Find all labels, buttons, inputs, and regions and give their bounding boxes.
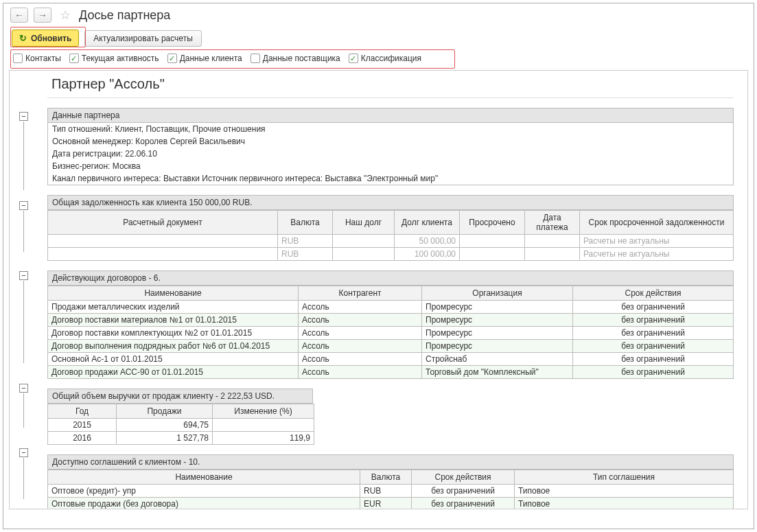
nav-forward-button[interactable]: →: [34, 8, 51, 23]
cell: без ограничений: [573, 314, 734, 327]
nav-back-button[interactable]: ←: [10, 8, 28, 23]
section-header-partner-data: Данные партнера: [47, 108, 734, 123]
cell: без ограничений: [573, 353, 734, 366]
col-header: Продажи: [117, 404, 213, 419]
col-header: Срок действия: [412, 470, 515, 485]
table-row[interactable]: Договор продажи АСС-90 от 01.01.2015 Асс…: [48, 366, 734, 379]
table-row[interactable]: Договор выполнения подрядных работ №6 от…: [48, 340, 734, 353]
checkbox-icon: ✓: [167, 54, 177, 63]
col-header: Изменение (%): [213, 404, 314, 419]
filter-label: Классификация: [361, 54, 421, 63]
section-header-agreements: Доступно соглашений с клиентом - 10.: [47, 454, 734, 470]
partner-reg-date: Дата регистрации: 22.06.10: [48, 148, 733, 160]
table-row[interactable]: RUB 50 000,00 Расчеты не актуальны: [48, 235, 734, 248]
col-header: Наименование: [48, 286, 299, 301]
favorite-star-icon[interactable]: ☆: [60, 8, 71, 23]
cell: без ограничений: [573, 340, 734, 353]
cell: Договор поставки материалов №1 от 01.01.…: [48, 314, 299, 327]
cell: 694,75: [117, 419, 213, 432]
cell: RUB: [278, 235, 333, 248]
actualize-button[interactable]: Актуализировать расчеты: [84, 30, 201, 47]
cell: Оптовые продажи (без договора): [48, 498, 360, 510]
agreements-table: Наименование Валюта Срок действия Тип со…: [47, 470, 734, 509]
section-header-debt: Общая задолженность как клиента 150 000,…: [47, 195, 734, 210]
cell: Торговый дом "Комплексный": [422, 366, 573, 379]
table-row[interactable]: 2015 694,75: [48, 419, 314, 432]
cell: Ассоль: [299, 366, 422, 379]
col-header: Валюта: [360, 470, 412, 485]
filter-label: Текущая активность: [82, 54, 159, 63]
cell: Ассоль: [299, 301, 422, 314]
tree-line: [23, 458, 24, 499]
cell: без ограничений: [412, 485, 515, 498]
col-header: Контрагент: [299, 286, 422, 301]
tree-line: [23, 211, 24, 252]
cell: Промресурс: [422, 301, 573, 314]
cell: 2016: [48, 432, 117, 445]
table-row[interactable]: Продажи металлических изделий Ассоль Про…: [48, 301, 734, 314]
cell: [213, 419, 314, 432]
arrow-left-icon: ←: [14, 10, 24, 21]
tree-toggle[interactable]: −: [19, 201, 28, 210]
cell: без ограничений: [573, 301, 734, 314]
tree-gutter: − − − − −: [10, 71, 44, 509]
cell: 2015: [48, 419, 117, 432]
table-row[interactable]: Оптовые продажи (без договора) EUR без о…: [48, 498, 734, 510]
cell: Ассоль: [299, 340, 422, 353]
cell: Основной Ас-1 от 01.01.2015: [48, 353, 299, 366]
table-row[interactable]: Договор поставки материалов №1 от 01.01.…: [48, 314, 734, 327]
tree-toggle[interactable]: −: [19, 448, 28, 457]
cell: [333, 235, 395, 248]
refresh-button[interactable]: ↻ Обновить: [12, 30, 79, 47]
tree-line: [23, 393, 24, 428]
cell: Типовое: [515, 485, 734, 498]
tree-toggle[interactable]: −: [19, 384, 28, 393]
cell: EUR: [360, 498, 412, 510]
filter-supplier-data[interactable]: ✓ Данные поставщика: [251, 54, 340, 63]
cell: Ассоль: [299, 314, 422, 327]
table-header-row: Наименование Валюта Срок действия Тип со…: [48, 470, 734, 485]
filter-classification[interactable]: ✓ Классификация: [349, 54, 421, 63]
cell: [525, 235, 580, 248]
content-frame[interactable]: − − − − − Партнер "Ассоль" Данные партне…: [9, 70, 748, 509]
arrow-right-icon: →: [38, 10, 47, 21]
page-title: Досье партнера: [79, 8, 170, 23]
cell: Продажи металлических изделий: [48, 301, 299, 314]
cell: 1 527,78: [117, 432, 213, 445]
cell: Договор поставки комплектующих №2 от 01.…: [48, 327, 299, 340]
filter-client-data[interactable]: ✓ Данные клиента: [167, 54, 242, 63]
col-header: Долг клиента: [395, 211, 460, 235]
header-bar: ← → ☆ Досье партнера: [3, 3, 754, 27]
cell: Договор выполнения подрядных работ №6 от…: [48, 340, 299, 353]
tree-toggle[interactable]: −: [19, 112, 28, 121]
col-header: Организация: [422, 286, 573, 301]
table-row[interactable]: 2016 1 527,78 119,9: [48, 432, 314, 445]
window: ← → ☆ Досье партнера ↻ Обновить Актуализ…: [3, 3, 754, 529]
filter-label: Контакты: [25, 54, 61, 63]
cell: без ограничений: [573, 366, 734, 379]
cell: [48, 235, 278, 248]
tree-toggle[interactable]: −: [19, 271, 28, 280]
table-row[interactable]: Основной Ас-1 от 01.01.2015 Ассоль Строй…: [48, 353, 734, 366]
section-header-revenue: Общий объем выручки от продаж клиенту - …: [47, 389, 313, 404]
cell: Договор продажи АСС-90 от 01.01.2015: [48, 366, 299, 379]
filter-contacts[interactable]: ✓ Контакты: [13, 54, 61, 63]
filters-row: ✓ Контакты ✓ Текущая активность ✓ Данные…: [3, 49, 754, 67]
cell: RUB: [360, 485, 412, 498]
tree-line: [23, 122, 24, 190]
cell: 119,9: [213, 432, 314, 445]
refresh-icon: ↻: [19, 33, 27, 43]
col-header: Расчетный документ: [48, 211, 278, 235]
report-title: Партнер "Ассоль": [47, 71, 734, 98]
cell: без ограничений: [573, 327, 734, 340]
cell: Типовое: [515, 498, 734, 510]
table-row[interactable]: RUB 100 000,00 Расчеты не актуальны: [48, 248, 734, 261]
filter-label: Данные поставщика: [263, 54, 340, 63]
col-header: Наш долг: [333, 211, 395, 235]
filter-activity[interactable]: ✓ Текущая активность: [69, 54, 159, 63]
checkbox-icon: ✓: [251, 54, 260, 63]
cell: Промресурс: [422, 314, 573, 327]
table-row[interactable]: Договор поставки комплектующих №2 от 01.…: [48, 327, 734, 340]
table-row[interactable]: Оптовое (кредит)- упр RUB без ограничени…: [48, 485, 734, 498]
checkbox-icon: ✓: [69, 54, 79, 63]
